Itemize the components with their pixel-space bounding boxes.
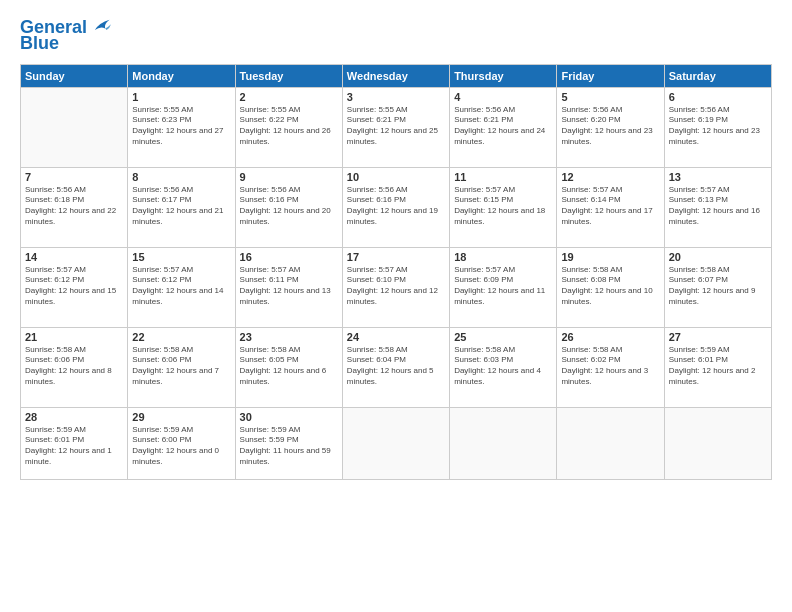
calendar-cell: 30Sunrise: 5:59 AMSunset: 5:59 PMDayligh… — [235, 407, 342, 479]
week-row-3: 14Sunrise: 5:57 AMSunset: 6:12 PMDayligh… — [21, 247, 772, 327]
day-number: 16 — [240, 251, 338, 263]
day-number: 29 — [132, 411, 230, 423]
cell-info: Sunrise: 5:56 AMSunset: 6:20 PMDaylight:… — [561, 105, 659, 148]
cell-info: Sunrise: 5:56 AMSunset: 6:19 PMDaylight:… — [669, 105, 767, 148]
cell-info: Sunrise: 5:58 AMSunset: 6:06 PMDaylight:… — [132, 345, 230, 388]
cell-info: Sunrise: 5:57 AMSunset: 6:12 PMDaylight:… — [25, 265, 123, 308]
calendar-cell: 6Sunrise: 5:56 AMSunset: 6:19 PMDaylight… — [664, 87, 771, 167]
cell-info: Sunrise: 5:59 AMSunset: 6:01 PMDaylight:… — [669, 345, 767, 388]
day-number: 12 — [561, 171, 659, 183]
cell-info: Sunrise: 5:57 AMSunset: 6:11 PMDaylight:… — [240, 265, 338, 308]
header-row: SundayMondayTuesdayWednesdayThursdayFrid… — [21, 64, 772, 87]
calendar-cell — [557, 407, 664, 479]
cell-info: Sunrise: 5:56 AMSunset: 6:16 PMDaylight:… — [347, 185, 445, 228]
day-number: 27 — [669, 331, 767, 343]
cell-info: Sunrise: 5:58 AMSunset: 6:05 PMDaylight:… — [240, 345, 338, 388]
calendar-cell: 4Sunrise: 5:56 AMSunset: 6:21 PMDaylight… — [450, 87, 557, 167]
day-number: 26 — [561, 331, 659, 343]
header-wednesday: Wednesday — [342, 64, 449, 87]
calendar-cell: 1Sunrise: 5:55 AMSunset: 6:23 PMDaylight… — [128, 87, 235, 167]
calendar-cell: 12Sunrise: 5:57 AMSunset: 6:14 PMDayligh… — [557, 167, 664, 247]
calendar-cell: 3Sunrise: 5:55 AMSunset: 6:21 PMDaylight… — [342, 87, 449, 167]
cell-info: Sunrise: 5:56 AMSunset: 6:17 PMDaylight:… — [132, 185, 230, 228]
day-number: 15 — [132, 251, 230, 263]
header-sunday: Sunday — [21, 64, 128, 87]
day-number: 6 — [669, 91, 767, 103]
header-tuesday: Tuesday — [235, 64, 342, 87]
cell-info: Sunrise: 5:56 AMSunset: 6:16 PMDaylight:… — [240, 185, 338, 228]
header-friday: Friday — [557, 64, 664, 87]
week-row-5: 28Sunrise: 5:59 AMSunset: 6:01 PMDayligh… — [21, 407, 772, 479]
page: General Blue SundayMondayTuesdayWednesda… — [0, 0, 792, 612]
logo-text-blue: Blue — [20, 34, 59, 54]
day-number: 21 — [25, 331, 123, 343]
day-number: 7 — [25, 171, 123, 183]
cell-info: Sunrise: 5:55 AMSunset: 6:23 PMDaylight:… — [132, 105, 230, 148]
day-number: 9 — [240, 171, 338, 183]
calendar-cell: 5Sunrise: 5:56 AMSunset: 6:20 PMDaylight… — [557, 87, 664, 167]
day-number: 3 — [347, 91, 445, 103]
day-number: 8 — [132, 171, 230, 183]
day-number: 1 — [132, 91, 230, 103]
calendar-cell: 9Sunrise: 5:56 AMSunset: 6:16 PMDaylight… — [235, 167, 342, 247]
day-number: 13 — [669, 171, 767, 183]
logo-bird-icon — [89, 15, 111, 37]
calendar-cell: 16Sunrise: 5:57 AMSunset: 6:11 PMDayligh… — [235, 247, 342, 327]
calendar-cell: 18Sunrise: 5:57 AMSunset: 6:09 PMDayligh… — [450, 247, 557, 327]
cell-info: Sunrise: 5:56 AMSunset: 6:21 PMDaylight:… — [454, 105, 552, 148]
logo: General Blue — [20, 18, 111, 54]
day-number: 2 — [240, 91, 338, 103]
day-number: 4 — [454, 91, 552, 103]
calendar-cell: 26Sunrise: 5:58 AMSunset: 6:02 PMDayligh… — [557, 327, 664, 407]
day-number: 22 — [132, 331, 230, 343]
cell-info: Sunrise: 5:58 AMSunset: 6:02 PMDaylight:… — [561, 345, 659, 388]
cell-info: Sunrise: 5:57 AMSunset: 6:15 PMDaylight:… — [454, 185, 552, 228]
day-number: 5 — [561, 91, 659, 103]
day-number: 10 — [347, 171, 445, 183]
calendar-cell: 7Sunrise: 5:56 AMSunset: 6:18 PMDaylight… — [21, 167, 128, 247]
day-number: 24 — [347, 331, 445, 343]
cell-info: Sunrise: 5:58 AMSunset: 6:04 PMDaylight:… — [347, 345, 445, 388]
calendar-cell: 25Sunrise: 5:58 AMSunset: 6:03 PMDayligh… — [450, 327, 557, 407]
cell-info: Sunrise: 5:57 AMSunset: 6:14 PMDaylight:… — [561, 185, 659, 228]
calendar-cell: 28Sunrise: 5:59 AMSunset: 6:01 PMDayligh… — [21, 407, 128, 479]
calendar-table: SundayMondayTuesdayWednesdayThursdayFrid… — [20, 64, 772, 480]
calendar-cell — [21, 87, 128, 167]
cell-info: Sunrise: 5:57 AMSunset: 6:09 PMDaylight:… — [454, 265, 552, 308]
day-number: 28 — [25, 411, 123, 423]
calendar-cell: 21Sunrise: 5:58 AMSunset: 6:06 PMDayligh… — [21, 327, 128, 407]
calendar-cell: 15Sunrise: 5:57 AMSunset: 6:12 PMDayligh… — [128, 247, 235, 327]
cell-info: Sunrise: 5:57 AMSunset: 6:12 PMDaylight:… — [132, 265, 230, 308]
week-row-2: 7Sunrise: 5:56 AMSunset: 6:18 PMDaylight… — [21, 167, 772, 247]
day-number: 14 — [25, 251, 123, 263]
calendar-cell — [450, 407, 557, 479]
calendar-cell: 23Sunrise: 5:58 AMSunset: 6:05 PMDayligh… — [235, 327, 342, 407]
calendar-cell: 22Sunrise: 5:58 AMSunset: 6:06 PMDayligh… — [128, 327, 235, 407]
cell-info: Sunrise: 5:58 AMSunset: 6:08 PMDaylight:… — [561, 265, 659, 308]
week-row-4: 21Sunrise: 5:58 AMSunset: 6:06 PMDayligh… — [21, 327, 772, 407]
day-number: 30 — [240, 411, 338, 423]
cell-info: Sunrise: 5:57 AMSunset: 6:13 PMDaylight:… — [669, 185, 767, 228]
calendar-cell: 10Sunrise: 5:56 AMSunset: 6:16 PMDayligh… — [342, 167, 449, 247]
cell-info: Sunrise: 5:58 AMSunset: 6:06 PMDaylight:… — [25, 345, 123, 388]
calendar-cell: 17Sunrise: 5:57 AMSunset: 6:10 PMDayligh… — [342, 247, 449, 327]
calendar-cell: 29Sunrise: 5:59 AMSunset: 6:00 PMDayligh… — [128, 407, 235, 479]
day-number: 20 — [669, 251, 767, 263]
calendar-cell: 24Sunrise: 5:58 AMSunset: 6:04 PMDayligh… — [342, 327, 449, 407]
calendar-cell: 2Sunrise: 5:55 AMSunset: 6:22 PMDaylight… — [235, 87, 342, 167]
calendar-cell: 14Sunrise: 5:57 AMSunset: 6:12 PMDayligh… — [21, 247, 128, 327]
cell-info: Sunrise: 5:57 AMSunset: 6:10 PMDaylight:… — [347, 265, 445, 308]
calendar-cell: 27Sunrise: 5:59 AMSunset: 6:01 PMDayligh… — [664, 327, 771, 407]
calendar-cell: 19Sunrise: 5:58 AMSunset: 6:08 PMDayligh… — [557, 247, 664, 327]
header: General Blue — [20, 18, 772, 54]
header-saturday: Saturday — [664, 64, 771, 87]
cell-info: Sunrise: 5:59 AMSunset: 5:59 PMDaylight:… — [240, 425, 338, 468]
cell-info: Sunrise: 5:58 AMSunset: 6:07 PMDaylight:… — [669, 265, 767, 308]
cell-info: Sunrise: 5:55 AMSunset: 6:21 PMDaylight:… — [347, 105, 445, 148]
week-row-1: 1Sunrise: 5:55 AMSunset: 6:23 PMDaylight… — [21, 87, 772, 167]
header-thursday: Thursday — [450, 64, 557, 87]
calendar-cell: 8Sunrise: 5:56 AMSunset: 6:17 PMDaylight… — [128, 167, 235, 247]
calendar-cell: 13Sunrise: 5:57 AMSunset: 6:13 PMDayligh… — [664, 167, 771, 247]
day-number: 19 — [561, 251, 659, 263]
cell-info: Sunrise: 5:55 AMSunset: 6:22 PMDaylight:… — [240, 105, 338, 148]
